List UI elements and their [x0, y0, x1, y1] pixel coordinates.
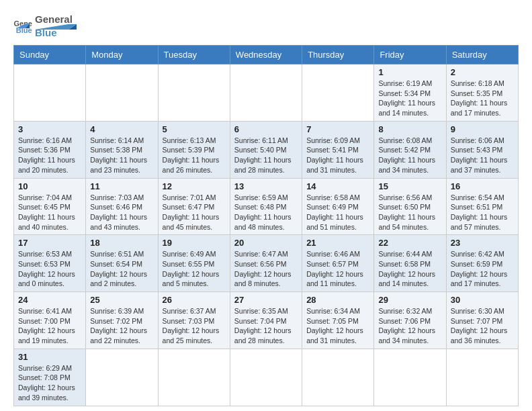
day-info: Sunrise: 6:35 AM Sunset: 7:04 PM Dayligh… [234, 306, 298, 346]
day-of-week-header: Monday [86, 46, 158, 64]
svg-text:General: General [35, 13, 73, 25]
calendar-cell: 16Sunrise: 6:54 AM Sunset: 6:51 PM Dayli… [446, 178, 518, 235]
day-info: Sunrise: 6:06 AM Sunset: 5:43 PM Dayligh… [451, 136, 514, 175]
day-info: Sunrise: 6:13 AM Sunset: 5:39 PM Dayligh… [163, 136, 226, 175]
day-info: Sunrise: 6:18 AM Sunset: 5:35 PM Dayligh… [451, 79, 514, 118]
calendar-cell: 13Sunrise: 6:59 AM Sunset: 6:48 PM Dayli… [230, 178, 302, 235]
day-number: 18 [90, 238, 153, 248]
day-info: Sunrise: 6:49 AM Sunset: 6:55 PM Dayligh… [163, 249, 226, 289]
calendar-cell: 24Sunrise: 6:41 AM Sunset: 7:00 PM Dayli… [14, 292, 86, 349]
calendar-week-row: 10Sunrise: 7:04 AM Sunset: 6:45 PM Dayli… [14, 178, 519, 235]
calendar-cell [14, 64, 86, 122]
day-info: Sunrise: 6:19 AM Sunset: 5:34 PM Dayligh… [378, 79, 441, 118]
calendar-cell: 29Sunrise: 6:32 AM Sunset: 7:06 PM Dayli… [374, 292, 446, 349]
day-of-week-header: Saturday [446, 46, 518, 64]
day-info: Sunrise: 6:46 AM Sunset: 6:57 PM Dayligh… [306, 249, 369, 289]
day-info: Sunrise: 6:08 AM Sunset: 5:42 PM Dayligh… [378, 136, 441, 175]
calendar-week-row: 17Sunrise: 6:53 AM Sunset: 6:53 PM Dayli… [14, 235, 519, 292]
day-info: Sunrise: 6:59 AM Sunset: 6:48 PM Dayligh… [234, 193, 298, 232]
day-number: 19 [163, 238, 226, 248]
calendar-cell: 30Sunrise: 6:30 AM Sunset: 7:07 PM Dayli… [446, 292, 518, 349]
calendar-cell: 4Sunrise: 6:14 AM Sunset: 5:38 PM Daylig… [86, 121, 158, 178]
calendar-cell: 17Sunrise: 6:53 AM Sunset: 6:53 PM Dayli… [14, 235, 86, 292]
day-number: 17 [18, 238, 81, 248]
day-number: 15 [378, 181, 441, 191]
day-number: 8 [378, 124, 441, 134]
calendar-cell: 25Sunrise: 6:39 AM Sunset: 7:02 PM Dayli… [86, 292, 158, 349]
day-number: 14 [306, 181, 369, 191]
day-info: Sunrise: 6:42 AM Sunset: 6:59 PM Dayligh… [451, 249, 514, 289]
calendar-cell: 28Sunrise: 6:34 AM Sunset: 7:05 PM Dayli… [302, 292, 374, 349]
calendar-cell: 5Sunrise: 6:13 AM Sunset: 5:39 PM Daylig… [158, 121, 230, 178]
day-number: 25 [90, 295, 153, 305]
svg-text:Blue: Blue [16, 26, 32, 33]
calendar-cell: 23Sunrise: 6:42 AM Sunset: 6:59 PM Dayli… [446, 235, 518, 292]
day-number: 4 [90, 124, 153, 134]
calendar-cell: 8Sunrise: 6:08 AM Sunset: 5:42 PM Daylig… [374, 121, 446, 178]
calendar-header-row: SundayMondayTuesdayWednesdayThursdayFrid… [14, 46, 519, 64]
day-number: 6 [234, 124, 298, 134]
calendar-cell [158, 64, 230, 122]
day-number: 16 [451, 181, 514, 191]
logo-icon: General Blue [13, 18, 32, 33]
day-info: Sunrise: 7:04 AM Sunset: 6:45 PM Dayligh… [18, 193, 81, 232]
day-info: Sunrise: 6:30 AM Sunset: 7:07 PM Dayligh… [451, 306, 514, 346]
calendar-week-row: 31Sunrise: 6:29 AM Sunset: 7:08 PM Dayli… [14, 349, 519, 406]
calendar-cell [446, 349, 518, 406]
calendar-cell: 22Sunrise: 6:44 AM Sunset: 6:58 PM Dayli… [374, 235, 446, 292]
day-info: Sunrise: 6:11 AM Sunset: 5:40 PM Dayligh… [234, 136, 298, 175]
day-info: Sunrise: 6:32 AM Sunset: 7:06 PM Dayligh… [378, 306, 441, 346]
day-info: Sunrise: 6:41 AM Sunset: 7:00 PM Dayligh… [18, 306, 81, 346]
logo: General Blue General Blue [13, 11, 95, 40]
day-number: 9 [451, 124, 514, 134]
calendar-cell: 11Sunrise: 7:03 AM Sunset: 6:46 PM Dayli… [86, 178, 158, 235]
svg-text:Blue: Blue [35, 27, 57, 38]
calendar-cell: 19Sunrise: 6:49 AM Sunset: 6:55 PM Dayli… [158, 235, 230, 292]
day-number: 22 [378, 238, 441, 248]
calendar-cell [302, 64, 374, 122]
calendar-cell: 15Sunrise: 6:56 AM Sunset: 6:50 PM Dayli… [374, 178, 446, 235]
day-info: Sunrise: 6:34 AM Sunset: 7:05 PM Dayligh… [306, 306, 369, 346]
calendar-cell: 14Sunrise: 6:58 AM Sunset: 6:49 PM Dayli… [302, 178, 374, 235]
calendar-cell: 27Sunrise: 6:35 AM Sunset: 7:04 PM Dayli… [230, 292, 302, 349]
logo-general-text: General Blue [35, 11, 95, 40]
calendar-cell [230, 349, 302, 406]
day-number: 23 [451, 238, 514, 248]
day-number: 28 [306, 295, 369, 305]
day-number: 12 [163, 181, 226, 191]
calendar-cell: 9Sunrise: 6:06 AM Sunset: 5:43 PM Daylig… [446, 121, 518, 178]
day-info: Sunrise: 6:37 AM Sunset: 7:03 PM Dayligh… [163, 306, 226, 346]
day-number: 21 [306, 238, 369, 248]
day-number: 27 [234, 295, 298, 305]
day-info: Sunrise: 6:39 AM Sunset: 7:02 PM Dayligh… [90, 306, 153, 346]
day-of-week-header: Tuesday [158, 46, 230, 64]
day-info: Sunrise: 6:09 AM Sunset: 5:41 PM Dayligh… [306, 136, 369, 175]
calendar-cell [158, 349, 230, 406]
day-number: 3 [18, 124, 81, 134]
day-info: Sunrise: 7:01 AM Sunset: 6:47 PM Dayligh… [163, 193, 226, 232]
calendar-cell: 31Sunrise: 6:29 AM Sunset: 7:08 PM Dayli… [14, 349, 86, 406]
day-info: Sunrise: 6:53 AM Sunset: 6:53 PM Dayligh… [18, 249, 81, 289]
calendar-cell [374, 349, 446, 406]
day-info: Sunrise: 6:29 AM Sunset: 7:08 PM Dayligh… [18, 363, 81, 403]
day-info: Sunrise: 6:44 AM Sunset: 6:58 PM Dayligh… [378, 249, 441, 289]
day-info: Sunrise: 6:58 AM Sunset: 6:49 PM Dayligh… [306, 193, 369, 232]
day-number: 5 [163, 124, 226, 134]
day-info: Sunrise: 6:47 AM Sunset: 6:56 PM Dayligh… [234, 249, 298, 289]
day-of-week-header: Wednesday [230, 46, 302, 64]
calendar-cell: 6Sunrise: 6:11 AM Sunset: 5:40 PM Daylig… [230, 121, 302, 178]
day-number: 26 [163, 295, 226, 305]
calendar-week-row: 1Sunrise: 6:19 AM Sunset: 5:34 PM Daylig… [14, 64, 519, 122]
calendar-cell: 2Sunrise: 6:18 AM Sunset: 5:35 PM Daylig… [446, 64, 518, 122]
day-info: Sunrise: 6:54 AM Sunset: 6:51 PM Dayligh… [451, 193, 514, 232]
day-of-week-header: Thursday [302, 46, 374, 64]
calendar-cell: 26Sunrise: 6:37 AM Sunset: 7:03 PM Dayli… [158, 292, 230, 349]
day-number: 20 [234, 238, 298, 248]
calendar-week-row: 24Sunrise: 6:41 AM Sunset: 7:00 PM Dayli… [14, 292, 519, 349]
day-of-week-header: Sunday [14, 46, 86, 64]
page-container: General Blue General Blue [13, 11, 519, 406]
day-info: Sunrise: 6:56 AM Sunset: 6:50 PM Dayligh… [378, 193, 441, 232]
day-number: 11 [90, 181, 153, 191]
calendar-cell [86, 64, 158, 122]
calendar-cell [230, 64, 302, 122]
